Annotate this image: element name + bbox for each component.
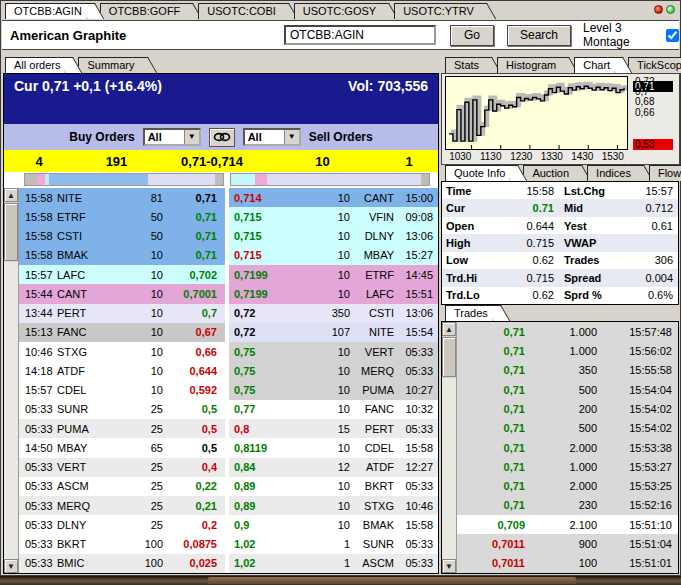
order-book-row[interactable]: 05:33PUMA250,50,815PERT05:33 (19, 419, 438, 438)
montage-tab-summary[interactable]: Summary (78, 57, 138, 73)
order-book-row[interactable]: 15:44CANT100,70010,719910LAFC15:51 (19, 284, 438, 303)
chart-tab-tickscope[interactable]: TickScope (628, 57, 681, 73)
ask-side[interactable]: 0,72350CSTI13:06 (229, 304, 438, 323)
trade-row[interactable]: 0,7150015:54:04 (457, 380, 678, 399)
symbol-tab-usotc-gosy[interactable]: USOTC:GOSY (294, 3, 380, 19)
ask-side[interactable]: 0,719910LAFC15:51 (229, 284, 438, 303)
order-book-row[interactable]: 15:57LAFC100,7020,719910ETRF14:45 (19, 265, 438, 284)
level3-montage-checkbox[interactable] (666, 29, 679, 42)
order-book-row[interactable]: 15:57CDEL100,5920,7510PUMA10:27 (19, 381, 438, 400)
chart-tab-histogram[interactable]: Histogram (497, 57, 560, 73)
order-book-row[interactable]: 05:33MERQ250,210,8910STXG10:46 (19, 496, 438, 515)
ask-side[interactable]: 0,71510VFIN09:08 (229, 207, 438, 226)
symbol-input[interactable] (284, 25, 436, 45)
order-book-row[interactable]: 05:33BMIC1000,0251,021ASCM05:33 (19, 554, 438, 573)
order-book-row[interactable]: 14:18ATDF100,6440,7510MERQ05:33 (19, 361, 438, 380)
ask-side[interactable]: 0,7510PUMA10:27 (229, 381, 438, 400)
trade-row[interactable]: 0,701190015:51:04 (457, 534, 678, 553)
quote-tab-flow[interactable]: Flow (649, 165, 681, 181)
order-book-row[interactable]: 15:13FANC100,670,72107NITE15:54 (19, 323, 438, 342)
order-book-row[interactable]: 05:33ASCM250,220,8910BKRT05:33 (19, 477, 438, 496)
trade-row[interactable]: 0,7150015:54:02 (457, 419, 678, 438)
trade-row[interactable]: 0,7135015:55:58 (457, 361, 678, 380)
trades-scrollbar[interactable]: ▲ ▼ (442, 322, 457, 573)
order-book-row[interactable]: 15:58BMAK100,710,71510MBAY15:27 (19, 246, 438, 265)
ask-side[interactable]: 0,910BMAK15:58 (229, 515, 438, 534)
bid-side[interactable]: 05:33MERQ250,21 (19, 496, 225, 515)
trade-row[interactable]: 0,7092.10015:51:10 (457, 515, 678, 534)
bid-side[interactable]: 05:33SUNR250,5 (19, 400, 225, 419)
symbol-tab-otcbb-agin[interactable]: OTCBB:AGIN (5, 3, 86, 19)
bid-side[interactable]: 10:46STXG100,66 (19, 342, 225, 361)
ask-side[interactable]: 1,021SUNR05:33 (229, 535, 438, 554)
quote-tab-quote-info[interactable]: Quote Info (445, 165, 509, 181)
desktop-taskbar[interactable] (0, 576, 681, 585)
quote-tab-auction[interactable]: Auction (523, 165, 573, 181)
trade-row[interactable]: 0,7123015:52:16 (457, 496, 678, 515)
trade-row[interactable]: 0,711.00015:57:48 (457, 322, 678, 341)
order-book-row[interactable]: 13:44PERT100,70,72350CSTI13:06 (19, 304, 438, 323)
scrollbar-thumb[interactable] (442, 337, 456, 377)
scrollbar-track[interactable] (4, 262, 18, 559)
bid-side[interactable]: 15:13FANC100,67 (19, 323, 225, 342)
go-button[interactable]: Go (450, 25, 494, 46)
ask-side[interactable]: 0,811910CDEL15:58 (229, 438, 438, 457)
bid-side[interactable]: 14:50MBAY650,5 (19, 438, 225, 457)
ask-side[interactable]: 0,7710FANC10:32 (229, 400, 438, 419)
bid-side[interactable]: 15:57CDEL100,592 (19, 381, 225, 400)
bid-side[interactable]: 05:33VERT250,4 (19, 458, 225, 477)
ask-side[interactable]: 0,8412ATDF12:27 (229, 458, 438, 477)
order-book-row[interactable]: 15:58ETRF500,710,71510VFIN09:08 (19, 207, 438, 226)
order-book-row[interactable]: 15:58CSTI500,710,71510DLNY13:06 (19, 227, 438, 246)
trades-tab-trades[interactable]: Trades (445, 305, 492, 321)
ask-side[interactable]: 0,72107NITE15:54 (229, 323, 438, 342)
bid-side[interactable]: 15:58NITE810,71 (19, 188, 225, 207)
bid-side[interactable]: 15:58CSTI500,71 (19, 227, 225, 246)
trade-row[interactable]: 0,701110015:51:01 (457, 554, 678, 573)
ask-side[interactable]: 0,71410CANT15:00 (229, 188, 438, 207)
bid-side[interactable]: 15:44CANT100,7001 (19, 284, 225, 303)
link-filters-button[interactable] (209, 128, 235, 147)
order-book-row[interactable]: 05:33SUNR250,50,7710FANC10:32 (19, 400, 438, 419)
montage-tab-all-orders[interactable]: All orders (5, 57, 64, 73)
order-book-row[interactable]: 05:33DLNY250,20,910BMAK15:58 (19, 515, 438, 534)
chevron-down-icon[interactable]: ▼ (184, 130, 199, 144)
bid-side[interactable]: 05:33DLNY250,2 (19, 515, 225, 534)
bid-side[interactable]: 14:18ATDF100,644 (19, 361, 225, 380)
scroll-down-icon[interactable]: ▼ (4, 559, 18, 573)
chart-tab-stats[interactable]: Stats (445, 57, 483, 73)
order-book-row[interactable]: 14:50MBAY650,50,811910CDEL15:58 (19, 438, 438, 457)
scrollbar-track[interactable] (442, 378, 456, 559)
bid-side[interactable]: 15:58ETRF500,71 (19, 207, 225, 226)
scroll-down-icon[interactable]: ▼ (442, 559, 456, 573)
symbol-tab-usotc-ytrv[interactable]: USOTC:YTRV (394, 3, 478, 19)
scroll-up-icon[interactable]: ▲ (442, 322, 456, 336)
bid-side[interactable]: 05:33ASCM250,22 (19, 477, 225, 496)
bid-side[interactable]: 13:44PERT100,7 (19, 304, 225, 323)
ask-side[interactable]: 1,021ASCM05:33 (229, 554, 438, 573)
ask-side[interactable]: 0,71510DLNY13:06 (229, 227, 438, 246)
symbol-tab-otcbb-goff[interactable]: OTCBB:GOFF (100, 3, 185, 19)
trade-row[interactable]: 0,712.00015:53:25 (457, 477, 678, 496)
scroll-up-icon[interactable]: ▲ (4, 188, 18, 202)
ask-side[interactable]: 0,7510MERQ05:33 (229, 361, 438, 380)
bid-side[interactable]: 15:58BMAK100,71 (19, 246, 225, 265)
ask-side[interactable]: 0,7510VERT05:33 (229, 342, 438, 361)
taskbar-window-button[interactable] (208, 577, 576, 584)
chart-tab-chart[interactable]: Chart (574, 57, 614, 73)
buy-filter-select[interactable]: All ▼ (143, 128, 201, 146)
ask-side[interactable]: 0,8910BKRT05:33 (229, 477, 438, 496)
order-book-row[interactable]: 05:33BKRT1000,08751,021SUNR05:33 (19, 535, 438, 554)
chevron-down-icon[interactable]: ▼ (284, 130, 299, 144)
sell-filter-select[interactable]: All ▼ (243, 128, 301, 146)
trade-row[interactable]: 0,711.00015:53:27 (457, 457, 678, 476)
trade-row[interactable]: 0,7120015:54:02 (457, 399, 678, 418)
bid-side[interactable]: 15:57LAFC100,702 (19, 265, 225, 284)
bid-side[interactable]: 05:33BKRT1000,0875 (19, 535, 225, 554)
order-book-scrollbar[interactable]: ▲ ▼ (4, 188, 19, 573)
search-button[interactable]: Search (507, 25, 571, 46)
order-book-row[interactable]: 05:33VERT250,40,8412ATDF12:27 (19, 458, 438, 477)
ask-side[interactable]: 0,719910ETRF14:45 (229, 265, 438, 284)
ask-side[interactable]: 0,815PERT05:33 (229, 419, 438, 438)
order-book-row[interactable]: 15:58NITE810,710,71410CANT15:00 (19, 188, 438, 207)
